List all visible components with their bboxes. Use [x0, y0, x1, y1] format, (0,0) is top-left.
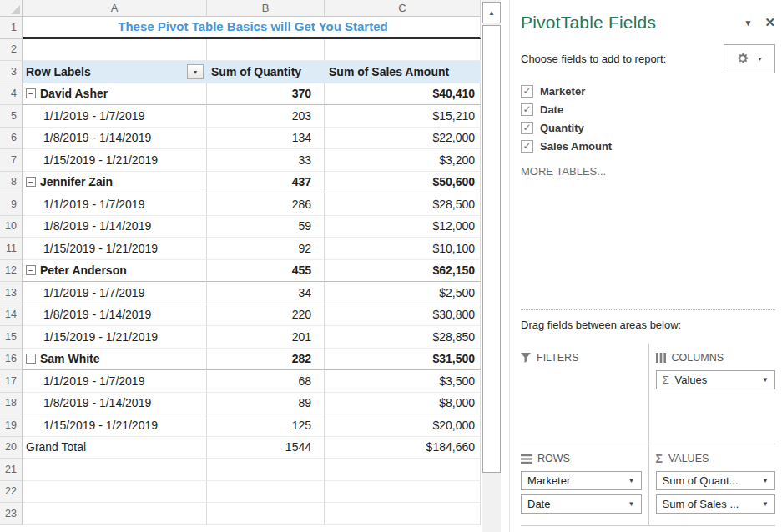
pivot-amount-cell[interactable]: $2,500: [325, 282, 481, 304]
collapse-group-button[interactable]: −: [26, 88, 36, 98]
column-header-B[interactable]: B: [207, 0, 325, 17]
field-checkbox[interactable]: ✓: [521, 103, 533, 116]
pivot-amount-cell[interactable]: $184,660: [325, 437, 481, 459]
field-dropdown-arrow-icon[interactable]: ▼: [762, 500, 769, 508]
pivot-amount-cell[interactable]: $50,600: [325, 172, 481, 194]
column-header-A[interactable]: A: [23, 0, 207, 17]
row-header-10[interactable]: 10: [0, 216, 23, 238]
row-labels-filter-dropdown[interactable]: ▼: [187, 64, 204, 79]
field-checkbox[interactable]: ✓: [521, 140, 533, 153]
pivot-quantity-cell[interactable]: 59: [207, 216, 325, 238]
pivot-amount-cell[interactable]: $10,100: [325, 238, 481, 260]
pivot-amount-cell[interactable]: $40,410: [325, 83, 481, 106]
pivot-quantity-cell[interactable]: 437: [207, 172, 325, 194]
pivot-amount-cell[interactable]: $22,000: [325, 128, 481, 150]
empty-cell[interactable]: [23, 481, 207, 504]
collapse-group-button[interactable]: −: [26, 177, 36, 187]
pivot-label-cell[interactable]: 1/1/2019 - 1/7/2019: [23, 282, 207, 304]
row-header-3[interactable]: 3: [0, 61, 23, 83]
pivot-amount-cell[interactable]: $28,500: [325, 193, 481, 216]
field-dropdown-arrow-icon[interactable]: ▼: [762, 477, 769, 484]
pivot-label-cell[interactable]: 1/15/2019 - 1/21/2019: [23, 149, 207, 172]
pivot-label-cell[interactable]: −David Asher: [23, 83, 207, 106]
pivot-amount-cell[interactable]: $8,000: [325, 393, 481, 415]
pivot-quantity-cell[interactable]: 89: [207, 393, 325, 415]
pivot-quantity-cell[interactable]: 34: [207, 282, 325, 304]
empty-cell[interactable]: [23, 503, 207, 525]
pivot-amount-cell[interactable]: $15,210: [325, 105, 481, 128]
row-header-19[interactable]: 19: [0, 414, 23, 437]
empty-cell[interactable]: [325, 459, 481, 481]
field-item-quantity[interactable]: ✓Quantity: [521, 118, 775, 137]
pivot-amount-cell[interactable]: $62,150: [325, 260, 481, 283]
pivot-label-cell[interactable]: 1/15/2019 - 1/21/2019: [23, 238, 207, 260]
row-header-14[interactable]: 14: [0, 304, 23, 327]
area-field-button[interactable]: Sum of Quant...▼: [656, 471, 776, 490]
area-field-button[interactable]: Sum of Sales ...▼: [656, 494, 776, 514]
field-dropdown-arrow-icon[interactable]: ▼: [628, 500, 635, 508]
pivot-quantity-cell[interactable]: 33: [207, 149, 325, 172]
field-dropdown-arrow-icon[interactable]: ▼: [762, 376, 769, 384]
pivot-label-cell[interactable]: 1/8/2019 - 1/14/2019: [23, 304, 207, 327]
pivot-quantity-cell[interactable]: 68: [207, 370, 325, 393]
field-checkbox[interactable]: ✓: [521, 85, 533, 98]
collapse-group-button[interactable]: −: [26, 354, 36, 364]
pivot-quantity-cell[interactable]: 92: [207, 238, 325, 260]
filters-area[interactable]: FILTERS: [521, 344, 648, 444]
pivot-label-cell[interactable]: 1/1/2019 - 1/7/2019: [23, 370, 207, 393]
pivot-header-row-labels[interactable]: Row Labels▼: [23, 61, 207, 83]
row-header-1[interactable]: 1: [0, 17, 23, 39]
pivot-label-cell[interactable]: −Sam White: [23, 349, 207, 371]
select-all-corner[interactable]: [0, 0, 23, 17]
columns-area[interactable]: COLUMNS ΣValues▼: [648, 344, 776, 444]
tools-button[interactable]: ▼: [724, 44, 775, 73]
pivot-quantity-cell[interactable]: 201: [207, 326, 325, 349]
row-header-8[interactable]: 8: [0, 172, 23, 194]
pivot-label-cell[interactable]: −Peter Anderson: [23, 260, 207, 283]
column-header-C[interactable]: C: [325, 0, 481, 17]
empty-cell[interactable]: [207, 481, 325, 504]
pivot-amount-cell[interactable]: $31,500: [325, 349, 481, 371]
row-header-18[interactable]: 18: [0, 393, 23, 415]
pivot-label-cell[interactable]: 1/8/2019 - 1/14/2019: [23, 216, 207, 238]
row-header-2[interactable]: 2: [0, 39, 23, 62]
pivot-label-cell[interactable]: 1/1/2019 - 1/7/2019: [23, 105, 207, 128]
row-header-13[interactable]: 13: [0, 282, 23, 304]
row-header-11[interactable]: 11: [0, 238, 23, 260]
pane-options-arrow-icon[interactable]: ▼: [744, 18, 753, 28]
pivot-label-cell[interactable]: 1/1/2019 - 1/7/2019: [23, 193, 207, 216]
empty-cell[interactable]: [23, 39, 207, 62]
row-header-20[interactable]: 20: [0, 437, 23, 459]
pivot-quantity-cell[interactable]: 282: [207, 349, 325, 371]
scrollbar-thumb[interactable]: [482, 25, 501, 473]
pivot-header-sum-of-quantity[interactable]: Sum of Quantity: [207, 61, 325, 83]
pivot-amount-cell[interactable]: $12,000: [325, 216, 481, 238]
empty-cell[interactable]: [207, 39, 325, 62]
field-dropdown-arrow-icon[interactable]: ▼: [628, 477, 635, 484]
pivot-amount-cell[interactable]: $28,850: [325, 326, 481, 349]
rows-area[interactable]: ROWS Marketer▼Date▼: [521, 444, 648, 526]
field-item-date[interactable]: ✓Date: [521, 100, 775, 118]
empty-cell[interactable]: [207, 503, 325, 525]
pivot-quantity-cell[interactable]: 203: [207, 105, 325, 128]
vertical-scrollbar[interactable]: ▲: [482, 0, 501, 532]
row-header-7[interactable]: 7: [0, 149, 23, 172]
area-field-button[interactable]: ΣValues▼: [656, 370, 776, 389]
pivot-label-cell[interactable]: 1/8/2019 - 1/14/2019: [23, 393, 207, 415]
area-field-button[interactable]: Marketer▼: [521, 471, 642, 490]
row-header-5[interactable]: 5: [0, 105, 23, 128]
pivot-quantity-cell[interactable]: 455: [207, 260, 325, 283]
row-header-23[interactable]: 23: [0, 503, 23, 525]
pivot-amount-cell[interactable]: $20,000: [325, 414, 481, 437]
pivot-quantity-cell[interactable]: 220: [207, 304, 325, 327]
area-field-button[interactable]: Date▼: [521, 494, 642, 514]
pivot-label-cell[interactable]: 1/8/2019 - 1/14/2019: [23, 128, 207, 150]
empty-cell[interactable]: [325, 481, 481, 504]
sheet-title-cell[interactable]: These Pivot Table Basics will Get You St…: [23, 17, 481, 39]
pivot-label-cell[interactable]: 1/15/2019 - 1/21/2019: [23, 414, 207, 437]
field-checkbox[interactable]: ✓: [521, 122, 533, 134]
pivot-label-cell[interactable]: −Jennifer Zain: [23, 172, 207, 194]
field-item-marketer[interactable]: ✓Marketer: [521, 82, 775, 100]
pivot-quantity-cell[interactable]: 1544: [207, 437, 325, 459]
row-header-6[interactable]: 6: [0, 128, 23, 150]
